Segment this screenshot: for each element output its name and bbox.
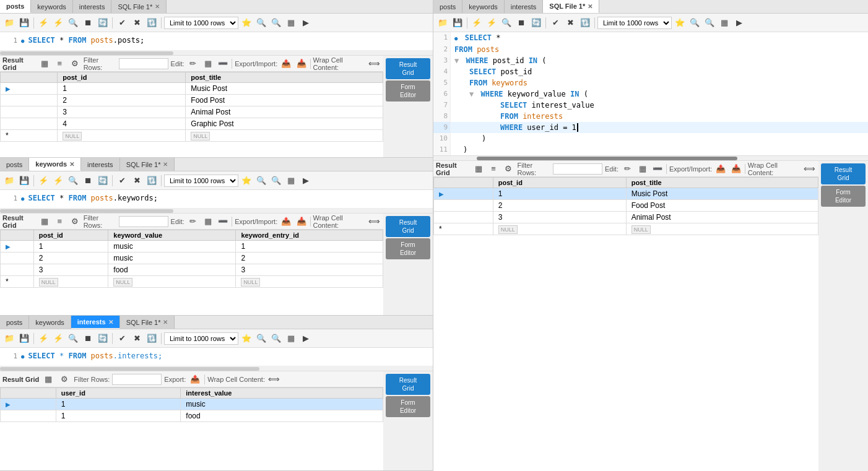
cancel-btn[interactable]: ✖ [130,332,144,345]
layout-btn-r[interactable]: ▦ [718,16,731,30]
col-post_id[interactable]: post_id [33,230,108,241]
check-btn-r[interactable]: ✔ [549,16,562,30]
tab-interests-r[interactable]: interests [505,0,544,13]
table-row[interactable]: 3 Animal Post [1,106,383,118]
reconnect-btn[interactable]: 🔄 [96,174,110,188]
cancel-btn-r[interactable]: ✖ [563,16,577,30]
tab-close-icon[interactable]: ✕ [108,319,113,326]
import-btn[interactable]: 📥 [295,57,307,71]
filter-input-1[interactable] [119,58,168,69]
table-row[interactable]: 2 music 2 [1,253,383,264]
col-post_id-r[interactable]: post_id [493,178,626,188]
form-editor-btn-r[interactable]: FormEditor [821,186,866,207]
edit-pencil-btn[interactable]: ✏ [187,215,199,228]
scroll-area-3[interactable] [0,366,433,371]
table-row[interactable]: ▶ 1 Music Post [434,188,818,200]
table-row[interactable]: ▶ 1 music 1 [1,241,383,253]
execute2-btn[interactable]: ⚡ [51,332,65,345]
filter-btn[interactable]: 🔍 [254,174,268,188]
col-keyword_entry_id[interactable]: keyword_entry_id [236,230,383,241]
grid-btn2-r[interactable]: ≡ [487,162,500,176]
table-row[interactable]: 3 food 3 [1,264,383,276]
tab-sqlfile-2[interactable]: SQL File 1* ✕ [120,158,175,171]
reconnect-btn-r[interactable]: 🔄 [529,16,543,30]
filter-icon-btn[interactable]: ⚙ [58,373,71,386]
layout-btn[interactable]: ▦ [284,174,298,188]
table-row[interactable]: 4 Graphic Post [1,118,383,130]
table-row[interactable]: ▶ 1 Music Post [1,83,383,95]
cancel-btn[interactable]: ✖ [130,174,144,188]
save-btn[interactable]: 💾 [17,332,31,345]
filter-btn[interactable]: 🔍 [254,16,268,30]
star-btn[interactable]: ⭐ [240,174,253,188]
stop-btn-r[interactable]: ⏹ [514,16,528,30]
tab-interests-1[interactable]: interests [73,0,112,13]
import-btn-r[interactable]: 📥 [729,162,742,176]
search2-btn[interactable]: 🔍 [269,332,283,345]
table-row[interactable]: ▶ 1 music [1,399,383,410]
import-btn[interactable]: 📥 [295,215,307,228]
tab-close-icon-r[interactable]: ✕ [588,3,592,10]
filter-icon-btn-r[interactable]: ⚙ [502,162,514,176]
tab-keywords-2[interactable]: keywords ✕ [29,158,81,171]
search-btn[interactable]: 🔍 [66,174,80,188]
execute-btn[interactable]: ⚡ [37,332,50,345]
form-editor-btn-3[interactable]: FormEditor [386,396,430,417]
export-btn-r[interactable]: 📤 [714,162,727,176]
wrap-btn[interactable]: ⟺ [368,215,381,228]
edit-minus-btn-r[interactable]: ➖ [651,162,664,176]
edit-pencil-btn[interactable]: ✏ [187,57,199,71]
refresh-btn-r[interactable]: 🔃 [578,16,592,30]
search-btn[interactable]: 🔍 [66,332,80,345]
scroll-area-right[interactable] [433,156,868,161]
tab-posts-3[interactable]: posts [0,316,29,329]
check-btn[interactable]: ✔ [115,16,129,30]
limit-select-3[interactable]: Limit to 1000 rows [164,332,238,345]
grid-btn2[interactable]: ≡ [53,57,66,71]
tab-sqlfile-3[interactable]: SQL File 1* ✕ [120,316,175,329]
tab-interests-2[interactable]: interests [81,158,120,171]
filter-input-3[interactable] [112,374,162,385]
grid-icon-btn-r[interactable]: ▦ [472,162,484,176]
search2-btn-r[interactable]: 🔍 [703,16,716,30]
search-btn-r[interactable]: 🔍 [500,16,513,30]
limit-select-2[interactable]: Limit to 1000 rows [164,175,238,187]
more-btn[interactable]: ▶ [299,16,313,30]
execute-btn-r[interactable]: ⚡ [470,16,484,30]
more-btn[interactable]: ▶ [299,174,313,188]
filter-icon-btn[interactable]: ⚙ [68,215,80,228]
tab-close-icon[interactable]: ✕ [163,319,168,326]
stop-btn[interactable]: ⏹ [81,332,95,345]
result-grid-btn-r[interactable]: ResultGrid [821,163,866,184]
tab-posts-1[interactable]: posts [0,0,31,13]
tab-posts-2[interactable]: posts [0,158,29,171]
grid-icon-btn[interactable]: ▦ [41,373,55,386]
execute-btn[interactable]: ⚡ [37,174,50,188]
table-row[interactable]: 2 Food Post [434,200,818,212]
wrap-btn-r[interactable]: ⟺ [803,162,816,176]
star-btn[interactable]: ⭐ [240,332,253,345]
edit-minus-btn[interactable]: ➖ [217,215,229,228]
tab-close-icon[interactable]: ✕ [163,161,168,168]
reconnect-btn[interactable]: 🔄 [96,16,110,30]
col-header-post_title[interactable]: post_title [186,72,383,83]
grid-icon-btn[interactable]: ▦ [38,57,51,71]
wrap-btn[interactable]: ⟺ [368,57,381,71]
check-btn[interactable]: ✔ [115,332,129,345]
export-btn[interactable]: 📤 [188,373,202,386]
save-btn[interactable]: 💾 [17,174,31,188]
stop-btn[interactable]: ⏹ [81,16,95,30]
execute-btn[interactable]: ⚡ [37,16,50,30]
reconnect-btn[interactable]: 🔄 [96,332,110,345]
refresh-btn[interactable]: 🔃 [145,16,158,30]
execute2-btn[interactable]: ⚡ [51,174,65,188]
refresh-btn[interactable]: 🔃 [145,174,158,188]
result-grid-btn[interactable]: ResultGrid [386,58,430,79]
edit-table-btn-r[interactable]: ▦ [636,162,648,176]
filter-icon-btn[interactable]: ⚙ [68,57,80,71]
wrap-btn[interactable]: ⟺ [267,373,281,386]
star-btn-r[interactable]: ⭐ [673,16,687,30]
col-header-post_id[interactable]: post_id [58,72,186,83]
more-btn[interactable]: ▶ [299,332,313,345]
tab-sqlfile-1[interactable]: SQL File 1* ✕ [111,0,167,13]
